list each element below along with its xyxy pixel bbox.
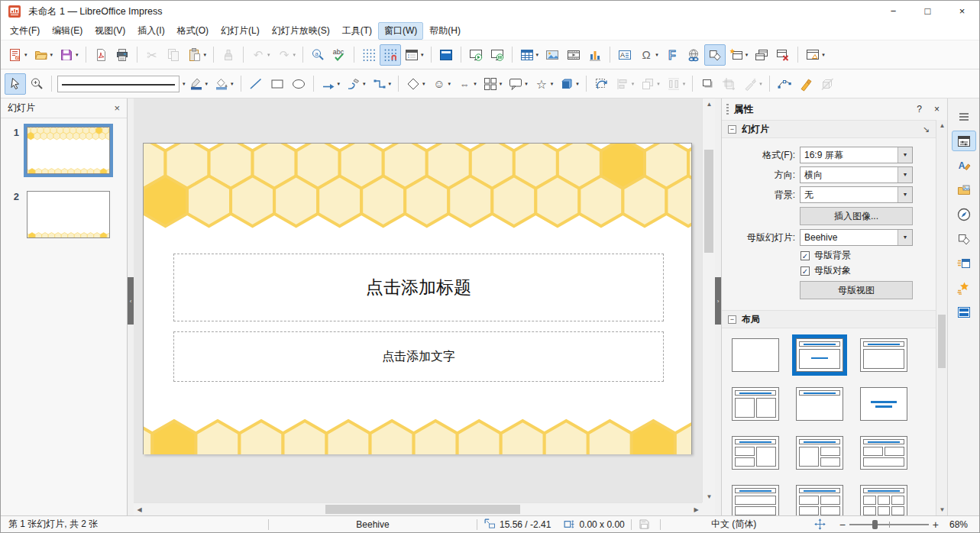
title-placeholder[interactable]: 点击添加标题 xyxy=(173,254,664,321)
dropdown-arrow-icon[interactable]: ▾ xyxy=(293,52,296,58)
zoom-slider-thumb[interactable] xyxy=(872,520,878,529)
insert-media-button[interactable] xyxy=(563,44,584,66)
scroll-left-icon[interactable]: ◀ xyxy=(134,504,145,515)
delete-slide-button[interactable] xyxy=(772,44,794,66)
snap-to-grid-button[interactable] xyxy=(380,44,401,66)
dropdown-arrow-icon[interactable]: ▾ xyxy=(448,81,451,87)
zoom-slider[interactable]: − + xyxy=(836,518,943,531)
lines-and-arrows-button[interactable]: ▾ xyxy=(318,73,344,95)
crop-image-button[interactable] xyxy=(718,73,739,95)
chevron-down-icon[interactable]: ▼ xyxy=(898,230,912,245)
insert-hyperlink-button[interactable] xyxy=(683,44,704,66)
menu-l[interactable]: 幻灯片(L) xyxy=(215,22,266,40)
layout-option-title-content[interactable] xyxy=(856,334,911,376)
dropdown-arrow-icon[interactable]: ▾ xyxy=(657,81,660,87)
vertical-scrollbar-thumb[interactable] xyxy=(704,150,713,253)
copy-button[interactable] xyxy=(163,44,184,66)
orientation-select[interactable]: 横向 ▼ xyxy=(800,166,913,183)
sidebar-tab-master-slides[interactable] xyxy=(952,302,976,322)
dropdown-arrow-icon[interactable]: ▾ xyxy=(474,81,477,87)
insert-image-button[interactable]: 插入图像... xyxy=(800,207,913,225)
select-button[interactable] xyxy=(5,73,26,95)
slide-page[interactable]: 点击添加标题 点击添加文字 xyxy=(143,143,692,454)
horizontal-scrollbar-thumb[interactable] xyxy=(325,505,520,514)
sidebar-close-icon[interactable]: × xyxy=(934,104,940,115)
dropdown-arrow-icon[interactable]: ▾ xyxy=(500,81,503,87)
slides-panel-close-icon[interactable]: × xyxy=(114,102,120,114)
dropdown-arrow-icon[interactable]: ▾ xyxy=(50,52,53,58)
new-slide-button[interactable]: ▾ xyxy=(726,44,752,66)
right-splitter-handle[interactable]: › xyxy=(715,277,721,325)
scroll-right-icon[interactable]: ▶ xyxy=(691,504,702,515)
insert-image-button[interactable] xyxy=(542,44,563,66)
scroll-down-icon[interactable]: ▼ xyxy=(936,504,948,515)
dropdown-arrow-icon[interactable]: ▾ xyxy=(204,52,207,58)
image-filter-button[interactable]: ▾ xyxy=(739,73,765,95)
layout-option-title-content-over-content[interactable] xyxy=(728,481,783,515)
start-from-current-slide-button[interactable] xyxy=(487,44,508,66)
zoom-pan-button[interactable] xyxy=(26,73,47,95)
cut-button[interactable]: ✂ xyxy=(141,44,163,66)
sidebar-tab-slide-transition[interactable] xyxy=(952,253,976,273)
3d-objects-button[interactable]: ▾ xyxy=(556,73,582,95)
save-button[interactable]: ▾ xyxy=(56,44,82,66)
block-arrows-button[interactable]: ⇔▾ xyxy=(454,73,480,95)
layout-option-title-4content[interactable] xyxy=(792,481,847,515)
layout-option-blank[interactable] xyxy=(728,334,783,376)
dropdown-arrow-icon[interactable]: ▾ xyxy=(267,52,270,58)
menu-v[interactable]: 视图(V) xyxy=(89,22,131,40)
spelling-button[interactable]: abc xyxy=(328,44,350,66)
dropdown-arrow-icon[interactable]: ▾ xyxy=(759,81,762,87)
dropdown-arrow-icon[interactable]: ▾ xyxy=(338,81,341,87)
insert-line-button[interactable] xyxy=(245,73,267,95)
dropdown-arrow-icon[interactable]: ▾ xyxy=(683,81,686,87)
vertical-scrollbar[interactable]: ▲ ▼ xyxy=(702,99,715,502)
dropdown-arrow-icon[interactable]: ▾ xyxy=(536,52,539,58)
distribute-button[interactable]: ▾ xyxy=(663,73,689,95)
menu-t[interactable]: 工具(T) xyxy=(336,22,378,40)
zoom-out-icon[interactable]: − xyxy=(836,518,849,531)
layout-option-title-2content-over-content[interactable] xyxy=(856,432,911,473)
insert-special-character-button[interactable]: Ω▾ xyxy=(636,44,661,66)
dropdown-arrow-icon[interactable]: ▾ xyxy=(183,81,186,87)
dropdown-arrow-icon[interactable]: ▾ xyxy=(24,52,27,58)
scroll-up-icon[interactable]: ▲ xyxy=(703,99,715,110)
sidebar-scrollbar[interactable]: ▲ ▼ xyxy=(936,120,947,515)
menu-o[interactable]: 格式(O) xyxy=(171,22,215,40)
basic-shapes-button[interactable]: ▾ xyxy=(403,73,429,95)
sidebar-tab-sidebar-menu[interactable] xyxy=(952,106,976,127)
print-button[interactable] xyxy=(112,44,133,66)
layout-option-title-6content[interactable] xyxy=(856,481,911,515)
scroll-down-icon[interactable]: ▼ xyxy=(703,491,715,502)
chevron-down-icon[interactable]: ▼ xyxy=(898,167,912,183)
dropdown-arrow-icon[interactable]: ▾ xyxy=(363,81,366,87)
ellipse-button[interactable] xyxy=(288,73,309,95)
callout-shapes-button[interactable]: ▾ xyxy=(505,73,531,95)
dropdown-arrow-icon[interactable]: ▾ xyxy=(525,81,528,87)
paste-button[interactable]: ▾ xyxy=(184,44,210,66)
line-color-button[interactable]: ▾ xyxy=(186,73,212,95)
dropdown-arrow-icon[interactable]: ▾ xyxy=(76,52,79,58)
chevron-down-icon[interactable]: ▼ xyxy=(898,187,912,202)
clone-formatting-button[interactable] xyxy=(218,44,239,66)
master-slide-select[interactable]: Beehive ▼ xyxy=(800,229,913,246)
display-grid-button[interactable] xyxy=(358,44,380,66)
rectangle-button[interactable] xyxy=(267,73,288,95)
insert-table-button[interactable]: ▾ xyxy=(516,44,542,66)
menu-w[interactable]: 窗口(W) xyxy=(378,22,423,40)
minimize-button[interactable]: − xyxy=(876,1,910,22)
dialog-launcher-icon[interactable]: ↘ xyxy=(923,124,930,134)
slide-thumbnail-1[interactable] xyxy=(24,124,113,177)
menu-i[interactable]: 插入(I) xyxy=(131,22,170,40)
horizontal-scrollbar[interactable]: ◀ ▶ xyxy=(134,502,702,515)
display-master-button[interactable] xyxy=(435,44,457,66)
insert-chart-button[interactable] xyxy=(584,44,606,66)
sidebar-tab-styles[interactable]: A xyxy=(952,155,976,176)
dropdown-arrow-icon[interactable]: ▾ xyxy=(655,52,658,58)
layout-option-title-2content-content[interactable] xyxy=(728,432,783,473)
glue-points-button[interactable] xyxy=(795,73,817,95)
dropdown-arrow-icon[interactable]: ▾ xyxy=(576,81,579,87)
master-view-button[interactable]: 母版视图 xyxy=(800,281,913,299)
layout-option-title-2content[interactable] xyxy=(728,383,783,425)
layout-option-title-content-2content[interactable] xyxy=(792,432,847,473)
